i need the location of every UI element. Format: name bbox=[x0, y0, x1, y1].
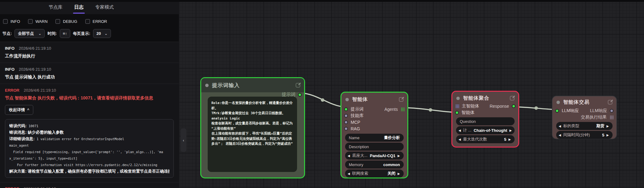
input-port-label: 技能库 bbox=[351, 113, 364, 119]
step-right-icon[interactable]: ▶ bbox=[509, 129, 512, 132]
log-time: 2026/4/6 21:19:10 bbox=[19, 46, 51, 51]
per-page-label: 每页显示: bbox=[73, 31, 90, 36]
port-row: 智能体 bbox=[452, 109, 518, 116]
node-select[interactable]: 全部节点 ⌄ bbox=[14, 29, 45, 38]
info-label: INFO bbox=[10, 19, 20, 24]
log-row-error: ERROR 2026/4/6 21:19:10 节点 智能体聚合 执行失败，错误… bbox=[0, 84, 179, 182]
error-checkbox[interactable] bbox=[85, 19, 90, 24]
step-right-icon[interactable]: ▶ bbox=[508, 138, 511, 141]
log-level-filters: INFO WARN DEBUG ERROR bbox=[0, 14, 179, 25]
field-description[interactable]: Description bbox=[345, 143, 404, 151]
port-row: RAG bbox=[341, 125, 407, 132]
error-label: ERROR bbox=[93, 19, 107, 24]
field-interval-minutes[interactable]: ◀ 间隔时间(分钟) 5 ▶ bbox=[556, 131, 613, 139]
node-header[interactable]: 智能体聚合 bbox=[452, 92, 518, 103]
prompt-textarea[interactable]: Role:你是一名资深的量价分析专家，精通量价价差分析。 TMrk:诊断黄金期货… bbox=[208, 97, 297, 172]
warn-label: WARN bbox=[35, 19, 47, 24]
field-max-iterations[interactable]: ◀ 最大迭代次数 5 ▶ bbox=[456, 135, 515, 143]
field-memory[interactable]: Memory common bbox=[345, 161, 404, 169]
tab-expert-mode[interactable]: 专家模式 bbox=[95, 0, 114, 14]
agents-grid-port-icon[interactable] bbox=[401, 107, 405, 111]
step-left-icon[interactable]: ◀ bbox=[348, 154, 350, 157]
error-details-box: 错误代码: 10071 错误消息: 缺少必需的输入参数 详细错误信息: 1 va… bbox=[5, 119, 174, 178]
field-asset-type[interactable]: ◀ 标的类型 期货 ▶ bbox=[556, 122, 613, 130]
node-title: 智能体聚合 bbox=[463, 95, 507, 102]
main-agent-grid-port-icon[interactable] bbox=[455, 104, 459, 108]
node-header[interactable]: 提示词输入 bbox=[201, 78, 304, 92]
field-name[interactable]: Name 量价分析 bbox=[345, 134, 404, 142]
info-filter: INFO bbox=[3, 19, 20, 24]
error-filter: ERROR bbox=[85, 19, 107, 24]
input-port-label: 智能体 bbox=[462, 110, 475, 115]
log-time: 2026/4/6 21:19:10 bbox=[19, 67, 51, 72]
field-question[interactable]: Question bbox=[456, 117, 515, 125]
port-row: 技能库 bbox=[341, 112, 407, 119]
step-left-icon[interactable]: ◀ bbox=[459, 138, 461, 141]
input-port-dot[interactable] bbox=[344, 107, 348, 111]
log-message: 节点 智能体聚合 执行失败，错误代码：10071，请查看错误详情获取更多信息 bbox=[5, 95, 174, 101]
log-level: ERROR bbox=[5, 88, 19, 93]
node-agent-aggregator[interactable]: 智能体聚合 主智能体 Response 智能体 Question ◀ 计 ...… bbox=[451, 91, 519, 148]
top-strip bbox=[0, 0, 644, 2]
chevron-down-icon: ⌄ bbox=[104, 32, 108, 35]
node-agent-trader[interactable]: 智能体交易 LLM响应 LLM响应 交易执行结果 ◀ 标的类型 期货 ▶ ◀ 间… bbox=[552, 96, 617, 139]
field-plan-algorithm[interactable]: ◀ 计 ... Chain-of-Thought ▶ bbox=[456, 126, 515, 134]
node-header[interactable]: 智能体交易 bbox=[552, 96, 616, 106]
input-port-label: RAG bbox=[351, 126, 360, 131]
node-status-dot bbox=[345, 98, 349, 101]
log-message: 工作流开始执行 bbox=[5, 53, 174, 59]
input-port-dot[interactable] bbox=[344, 120, 348, 124]
input-port-label: 提示词 bbox=[351, 107, 364, 112]
debug-checkbox[interactable] bbox=[55, 19, 60, 24]
node-agent[interactable]: 智能体 提示词 Agents 技能库 MCP RAG Name 量价分析 Des… bbox=[340, 92, 408, 178]
log-list: INFO 2026/4/6 21:19:10 工作流开始执行 INFO 2026… bbox=[0, 42, 179, 188]
field-web-search[interactable]: ◀ 联网搜索 关闭 ▶ bbox=[345, 169, 404, 178]
step-right-icon[interactable]: ▶ bbox=[397, 172, 400, 175]
time-sort-button[interactable]: ≡↑ bbox=[60, 29, 70, 38]
edit-icon[interactable] bbox=[608, 100, 612, 104]
node-header[interactable]: 智能体 bbox=[341, 93, 407, 105]
edit-icon[interactable] bbox=[296, 83, 300, 87]
input-port-dot[interactable] bbox=[555, 109, 559, 113]
step-left-icon[interactable]: ◀ bbox=[348, 172, 350, 175]
log-panel: 节点库 日志 专家模式 INFO WARN DEBUG ERROR 节点: 全部… bbox=[0, 0, 179, 188]
warn-checkbox[interactable] bbox=[28, 19, 33, 24]
step-left-icon[interactable]: ◀ bbox=[459, 129, 461, 132]
tab-bar: 节点库 日志 专家模式 bbox=[0, 0, 179, 14]
input-port-dot[interactable] bbox=[344, 127, 348, 131]
output-port-label: Agents bbox=[384, 107, 398, 112]
per-page-select[interactable]: 20 ⌄ bbox=[93, 29, 111, 38]
output-port-dot[interactable] bbox=[512, 104, 516, 108]
trade-result-grid-port-icon[interactable] bbox=[609, 115, 613, 119]
step-left-icon[interactable]: ◀ bbox=[559, 124, 561, 128]
edit-icon[interactable] bbox=[510, 96, 514, 100]
log-toolbar: 节点: 全部节点 ⌄ 时间: ≡↑ 每页显示: 20 ⌄ bbox=[0, 25, 179, 42]
node-title: 智能体交易 bbox=[563, 99, 605, 106]
log-row: INFO 2026/4/6 21:19:10 节点 提示词输入 执行成功 bbox=[0, 63, 179, 84]
node-title: 智能体 bbox=[352, 96, 396, 103]
tab-logs[interactable]: 日志 bbox=[74, 0, 84, 14]
node-status-dot bbox=[556, 101, 560, 104]
info-checkbox[interactable] bbox=[3, 19, 8, 24]
output-port-dot[interactable] bbox=[610, 109, 613, 113]
log-time: 2026/4/6 21:19:10 bbox=[24, 186, 56, 188]
node-prompt-input[interactable]: 提示词输入 提示词 Role:你是一名资深的量价分析专家，精通量价价差分析。 T… bbox=[200, 77, 305, 178]
step-right-icon[interactable]: ▶ bbox=[606, 133, 609, 137]
node-status-dot bbox=[205, 84, 209, 87]
step-right-icon[interactable]: ▶ bbox=[397, 154, 400, 157]
log-level: INFO bbox=[5, 46, 14, 51]
output-port-dot[interactable] bbox=[298, 93, 302, 97]
step-right-icon[interactable]: ▶ bbox=[606, 124, 609, 128]
edit-icon[interactable] bbox=[399, 97, 403, 102]
field-base-model[interactable]: ◀ 底座大... PandaAI-CQ1 ▶ bbox=[345, 152, 404, 160]
input-port-dot[interactable] bbox=[455, 111, 459, 115]
step-left-icon[interactable]: ◀ bbox=[559, 133, 561, 137]
port-row: 主智能体 Response bbox=[452, 103, 518, 109]
collapse-details-button[interactable]: 收起详情 ^ bbox=[5, 105, 33, 115]
log-row-error: ERROR 2026/4/6 21:19:10 工作流执行失败 bbox=[0, 182, 179, 188]
warn-filter: WARN bbox=[28, 19, 47, 24]
input-port-dot[interactable] bbox=[344, 114, 348, 118]
port-row: MCP bbox=[341, 119, 407, 125]
tab-node-library[interactable]: 节点库 bbox=[49, 0, 63, 14]
panel-collapse-handle[interactable]: ‹ bbox=[181, 128, 186, 152]
